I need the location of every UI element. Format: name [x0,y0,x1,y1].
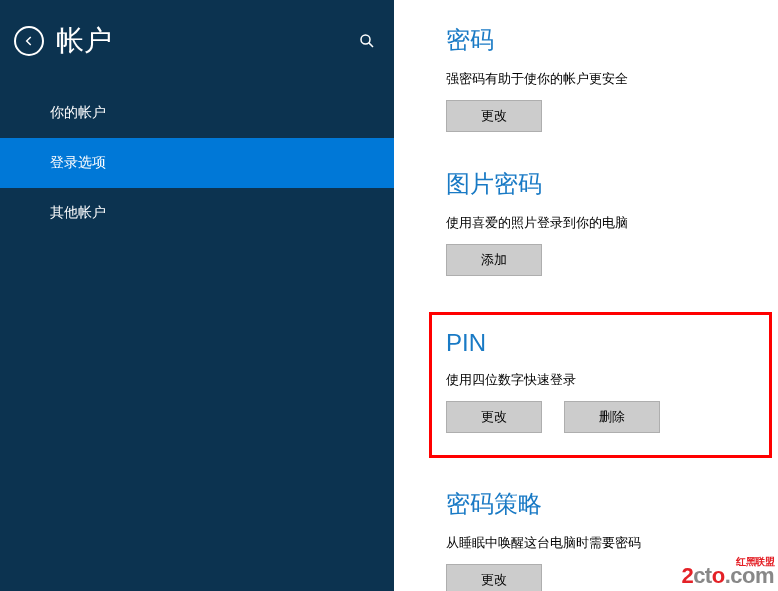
change-password-button[interactable]: 更改 [446,100,542,132]
svg-line-1 [369,43,373,47]
section-password: 密码 强密码有助于使你的帐户更安全 更改 [446,24,752,132]
sidebar-item-signin-options[interactable]: 登录选项 [0,138,394,188]
section-desc-picture-password: 使用喜爱的照片登录到你的电脑 [446,214,752,232]
section-desc-pin: 使用四位数字快速登录 [446,371,755,389]
section-desc-password: 强密码有助于使你的帐户更安全 [446,70,752,88]
add-picture-password-button[interactable]: 添加 [446,244,542,276]
delete-pin-button[interactable]: 删除 [564,401,660,433]
sidebar: 帐户 你的帐户 登录选项 其他帐户 [0,0,394,591]
back-button[interactable] [14,26,44,56]
section-title-picture-password: 图片密码 [446,168,752,200]
watermark: 红黑联盟 2cto.com [681,557,774,587]
sidebar-item-other-accounts[interactable]: 其他帐户 [0,188,394,238]
page-title: 帐户 [56,22,112,60]
change-policy-button[interactable]: 更改 [446,564,542,591]
section-title-pin: PIN [446,329,755,357]
section-title-password: 密码 [446,24,752,56]
highlight-box-pin: PIN 使用四位数字快速登录 更改 删除 [429,312,772,458]
change-pin-button[interactable]: 更改 [446,401,542,433]
content-panel: 密码 强密码有助于使你的帐户更安全 更改 图片密码 使用喜爱的照片登录到你的电脑… [394,0,778,591]
svg-point-0 [361,35,370,44]
sidebar-item-your-account[interactable]: 你的帐户 [0,88,394,138]
sidebar-header-left: 帐户 [14,22,112,60]
section-desc-password-policy: 从睡眠中唤醒这台电脑时需要密码 [446,534,752,552]
section-picture-password: 图片密码 使用喜爱的照片登录到你的电脑 添加 [446,168,752,276]
arrow-left-icon [22,34,36,48]
sidebar-header: 帐户 [0,0,394,88]
section-title-password-policy: 密码策略 [446,488,752,520]
search-icon[interactable] [358,32,376,50]
